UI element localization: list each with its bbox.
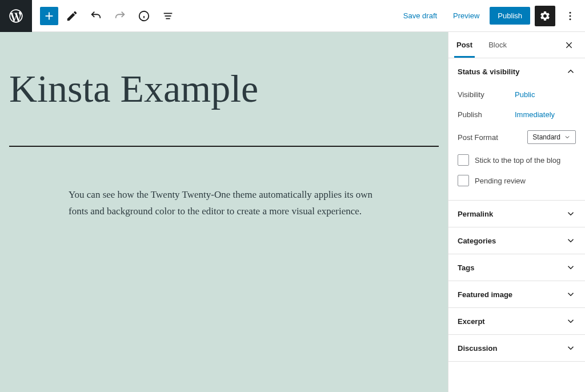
chevron-down-icon <box>564 134 571 141</box>
stick-top-checkbox[interactable] <box>458 154 469 166</box>
main-area: Kinsta Example You can see how the Twent… <box>0 32 585 392</box>
visibility-row: Visibility Public <box>458 85 576 105</box>
svg-point-7 <box>570 15 571 17</box>
svg-point-8 <box>570 18 571 20</box>
panel-featured-image: Featured image <box>448 281 585 308</box>
visibility-label: Visibility <box>458 90 515 99</box>
panel-title: Excerpt <box>458 317 485 326</box>
panel-status-visibility: Status & visibility Visibility Public Pu… <box>448 58 585 201</box>
undo-button[interactable] <box>86 6 106 26</box>
publish-row: Publish Immediately <box>458 105 576 125</box>
redo-button[interactable] <box>110 6 130 26</box>
chevron-down-icon <box>566 235 576 246</box>
stick-top-label: Stick to the top of the blog <box>475 156 560 165</box>
svg-point-6 <box>570 11 571 13</box>
panel-excerpt: Excerpt <box>448 308 585 335</box>
panel-title: Discussion <box>458 344 497 353</box>
close-sidebar-button[interactable] <box>560 36 578 54</box>
editor-canvas[interactable]: Kinsta Example You can see how the Twent… <box>0 32 448 392</box>
settings-button[interactable] <box>535 6 555 26</box>
divider-line <box>9 146 439 147</box>
info-button[interactable] <box>134 6 154 26</box>
settings-sidebar: Post Block Status & visibility Visibilit… <box>448 32 585 392</box>
preview-button[interactable]: Preview <box>447 7 485 25</box>
pending-review-checkbox[interactable] <box>458 175 469 186</box>
post-format-label: Post Format <box>458 133 498 142</box>
panel-body-status: Visibility Public Publish Immediately Po… <box>448 85 585 200</box>
chevron-up-icon <box>566 66 576 77</box>
toolbar-right-group: Save draft Preview Publish <box>398 6 585 26</box>
list-view-button[interactable] <box>158 6 178 26</box>
visibility-value[interactable]: Public <box>515 90 535 99</box>
tab-post[interactable]: Post <box>448 33 480 57</box>
panel-discussion: Discussion <box>448 335 585 362</box>
publish-button[interactable]: Publish <box>490 7 530 25</box>
panel-categories: Categories <box>448 227 585 254</box>
post-title-input[interactable]: Kinsta Example <box>6 66 442 146</box>
chevron-down-icon <box>566 262 576 273</box>
panel-tags: Tags <box>448 254 585 281</box>
panel-title: Permalink <box>458 210 493 218</box>
pending-review-label: Pending review <box>475 177 526 185</box>
panel-header-discussion[interactable]: Discussion <box>448 335 585 361</box>
tab-block[interactable]: Block <box>480 33 515 57</box>
publish-value[interactable]: Immediately <box>515 110 555 119</box>
panel-title: Tags <box>458 263 474 272</box>
panel-title: Categories <box>458 237 496 245</box>
publish-label: Publish <box>458 110 515 119</box>
edit-mode-button[interactable] <box>62 6 82 26</box>
more-options-button[interactable] <box>560 6 580 26</box>
pending-review-row: Pending review <box>458 170 576 191</box>
editor-toolbar: Save draft Preview Publish <box>0 0 585 32</box>
panel-title: Status & visibility <box>458 67 519 76</box>
wordpress-logo[interactable] <box>0 0 32 32</box>
save-draft-button[interactable]: Save draft <box>398 7 443 25</box>
toolbar-left-group <box>32 6 178 26</box>
chevron-down-icon <box>566 209 576 219</box>
add-block-button[interactable] <box>40 7 58 25</box>
chevron-down-icon <box>566 343 576 353</box>
stick-top-row: Stick to the top of the blog <box>458 150 576 170</box>
panel-title: Featured image <box>458 290 512 299</box>
post-format-value: Standard <box>532 133 560 141</box>
panel-header-status[interactable]: Status & visibility <box>448 58 585 85</box>
panel-permalink: Permalink <box>448 201 585 227</box>
post-body-paragraph[interactable]: You can see how the Twenty Twenty-One th… <box>69 187 388 220</box>
panel-header-excerpt[interactable]: Excerpt <box>448 308 585 334</box>
chevron-down-icon <box>566 316 576 326</box>
sidebar-tabs: Post Block <box>448 32 585 58</box>
chevron-down-icon <box>566 289 576 299</box>
panel-header-tags[interactable]: Tags <box>448 254 585 281</box>
post-format-select[interactable]: Standard <box>527 130 576 144</box>
panel-header-featured-image[interactable]: Featured image <box>448 281 585 307</box>
post-format-row: Post Format Standard <box>458 125 576 150</box>
panel-header-categories[interactable]: Categories <box>448 227 585 254</box>
panel-header-permalink[interactable]: Permalink <box>448 201 585 227</box>
